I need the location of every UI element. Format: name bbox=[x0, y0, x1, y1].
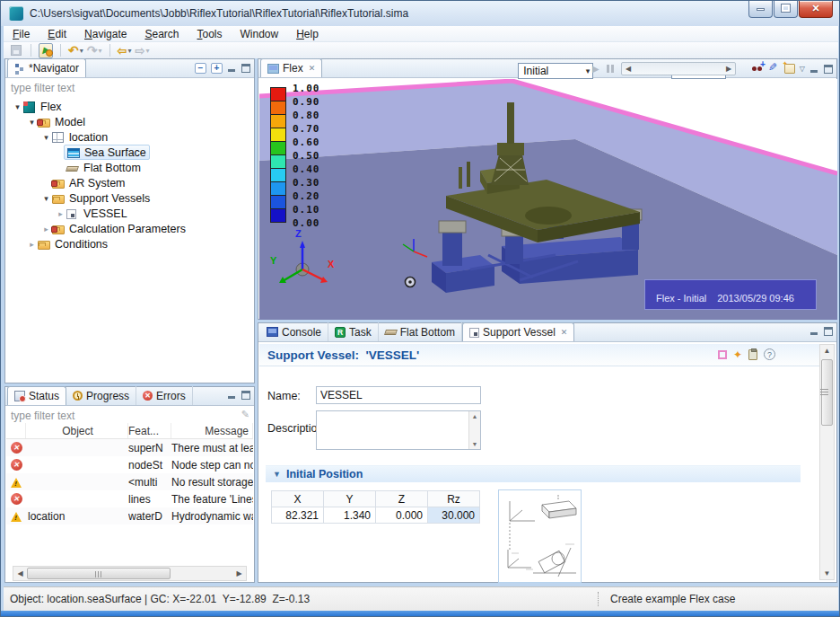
menu-tools[interactable]: Tools bbox=[197, 28, 222, 40]
scroll-up-icon[interactable]: ▲ bbox=[820, 347, 834, 355]
tree-item-calculation-parameters[interactable]: Calculation Parameters bbox=[6, 221, 253, 236]
section-collapse-icon[interactable]: ▼ bbox=[273, 470, 281, 479]
new-view-icon[interactable] bbox=[784, 64, 795, 74]
minimize-view-icon[interactable] bbox=[227, 64, 237, 73]
navigator-filter-input[interactable] bbox=[6, 81, 253, 95]
save-button[interactable] bbox=[9, 43, 23, 57]
tab-navigator[interactable]: *Navigator bbox=[7, 58, 86, 77]
tree-item-conditions[interactable]: Conditions bbox=[6, 236, 253, 251]
close-button[interactable]: ✕ bbox=[799, 1, 833, 18]
help-icon[interactable]: ? bbox=[764, 348, 775, 360]
tree-item-vessel[interactable]: VESSEL bbox=[6, 206, 253, 221]
minimize-button[interactable] bbox=[748, 1, 773, 18]
slider-right-icon[interactable]: ▶ bbox=[724, 65, 733, 73]
col-y[interactable]: Y bbox=[324, 491, 376, 507]
tree-item-location[interactable]: location bbox=[6, 129, 253, 145]
scroll-left-icon[interactable]: ◀ bbox=[13, 569, 27, 577]
redo-button[interactable]: ↷▾ bbox=[87, 43, 102, 57]
tab-support-vessel[interactable]: Support Vessel bbox=[462, 322, 574, 341]
cell-y[interactable]: 1.340 bbox=[324, 507, 376, 524]
view-menu-icon[interactable]: ▽ bbox=[800, 65, 805, 74]
collapse-all-button[interactable]: − bbox=[195, 63, 206, 74]
menu-file[interactable]: File bbox=[13, 28, 30, 40]
col-z[interactable]: Z bbox=[376, 491, 428, 507]
forward-button[interactable]: ⇨▾ bbox=[136, 43, 150, 57]
severity-column[interactable] bbox=[6, 423, 26, 438]
tree-item-model[interactable]: Model bbox=[6, 114, 253, 129]
minimize-view-icon[interactable] bbox=[809, 65, 819, 74]
tree-item-ar-system[interactable]: AR System bbox=[6, 175, 253, 190]
scroll-up-icon[interactable]: ▲ bbox=[472, 413, 478, 419]
tab-flat-bottom[interactable]: Flat Bottom bbox=[379, 322, 462, 341]
scroll-right-icon[interactable]: ▶ bbox=[232, 569, 246, 577]
title-bar[interactable]: C:\Users\sigvat\Documents\Jobb\RiflexTut… bbox=[1, 1, 840, 26]
collapsed-chevron-icon[interactable] bbox=[26, 240, 38, 249]
tab-console[interactable]: Console bbox=[260, 322, 328, 341]
maximize-view-icon[interactable] bbox=[824, 327, 833, 336]
undo-dropdown-icon[interactable]: ▾ bbox=[80, 47, 83, 55]
scrollbar-thumb[interactable] bbox=[27, 568, 171, 579]
menu-search[interactable]: Search bbox=[144, 28, 179, 40]
back-dropdown-icon[interactable]: ▾ bbox=[127, 47, 131, 55]
restore-button[interactable] bbox=[774, 1, 798, 18]
pause-icon[interactable] bbox=[607, 65, 614, 73]
play-icon[interactable]: ▶ bbox=[592, 64, 599, 74]
tree-item-flex[interactable]: Flex bbox=[6, 99, 253, 114]
annotate-icon[interactable] bbox=[768, 63, 780, 75]
textarea-scrollbar[interactable]: ▲▼ bbox=[468, 411, 480, 449]
menu-navigate[interactable]: Navigate bbox=[84, 28, 127, 40]
expand-all-button[interactable]: + bbox=[211, 63, 223, 74]
maximize-view-icon[interactable] bbox=[241, 391, 250, 400]
run-button[interactable]: ▶ bbox=[39, 43, 53, 58]
tree-item-flat-bottom[interactable]: Flat Bottom bbox=[6, 160, 253, 175]
status-row[interactable]: locationwaterDHydrodynamic wate bbox=[6, 507, 253, 524]
status-row[interactable]: superNThere must at least bbox=[6, 439, 253, 456]
expanded-chevron-icon[interactable] bbox=[40, 133, 52, 142]
menu-edit[interactable]: Edit bbox=[48, 28, 66, 40]
description-field[interactable]: ▲▼ bbox=[316, 410, 481, 450]
tree-item-sea-surface[interactable]: Sea Surface bbox=[6, 145, 253, 160]
minimize-view-icon[interactable] bbox=[809, 327, 819, 336]
feature-column-header[interactable]: Feat... bbox=[128, 423, 171, 438]
horizontal-scrollbar[interactable]: ◀ ▶ bbox=[13, 566, 247, 581]
scroll-down-icon[interactable]: ▼ bbox=[472, 441, 478, 447]
state-combo[interactable]: Initial bbox=[518, 63, 593, 79]
tab-task[interactable]: Task bbox=[328, 322, 379, 341]
slider-left-icon[interactable]: ◀ bbox=[624, 65, 633, 73]
redo-dropdown-icon[interactable]: ▾ bbox=[98, 47, 101, 55]
editor-vertical-scrollbar[interactable]: ▲ ▼ bbox=[819, 344, 835, 580]
expanded-chevron-icon[interactable] bbox=[12, 102, 23, 111]
selected-tree-item[interactable]: Sea Surface bbox=[64, 145, 150, 160]
tab-status[interactable]: Status bbox=[7, 386, 66, 405]
col-x[interactable]: X bbox=[272, 491, 324, 507]
validate-icon[interactable]: ✦ bbox=[733, 349, 742, 360]
status-row[interactable]: <multiNo result storage ha bbox=[6, 473, 253, 490]
pick-mode-icon[interactable] bbox=[751, 63, 764, 75]
close-tab-icon[interactable] bbox=[309, 64, 316, 73]
collapsed-chevron-icon[interactable] bbox=[55, 209, 66, 218]
col-rz[interactable]: Rz bbox=[428, 491, 480, 507]
cell-z[interactable]: 0.000 bbox=[376, 507, 428, 524]
initial-position-section[interactable]: ▼ Initial Position bbox=[266, 465, 801, 482]
status-row[interactable]: nodeStNode step can not b bbox=[6, 456, 253, 473]
tab-flex-view[interactable]: Flex bbox=[260, 58, 322, 77]
clipboard-icon[interactable] bbox=[748, 349, 757, 360]
animation-slider[interactable]: ◀ ▶ bbox=[621, 62, 736, 75]
forward-dropdown-icon[interactable]: ▾ bbox=[145, 47, 149, 55]
message-column-header[interactable]: Message bbox=[171, 423, 253, 438]
back-button[interactable]: ⇦▾ bbox=[118, 43, 132, 57]
name-field[interactable] bbox=[316, 386, 481, 404]
tree-item-support-vessels[interactable]: Support Vessels bbox=[6, 190, 253, 206]
scroll-down-icon[interactable]: ▼ bbox=[820, 569, 834, 577]
maximize-view-icon[interactable] bbox=[241, 64, 250, 73]
expanded-chevron-icon[interactable] bbox=[40, 194, 52, 203]
status-filter-input[interactable] bbox=[6, 409, 253, 423]
menu-help[interactable]: Help bbox=[296, 28, 319, 40]
maximize-view-icon[interactable] bbox=[824, 65, 833, 74]
cell-x[interactable]: 82.321 bbox=[272, 507, 324, 524]
tab-errors[interactable]: Errors bbox=[136, 386, 193, 405]
object-column-header[interactable]: Object bbox=[26, 423, 128, 438]
close-tab-icon[interactable] bbox=[561, 328, 568, 337]
scrollbar-thumb[interactable] bbox=[821, 359, 833, 426]
tab-progress[interactable]: Progress bbox=[66, 386, 136, 405]
